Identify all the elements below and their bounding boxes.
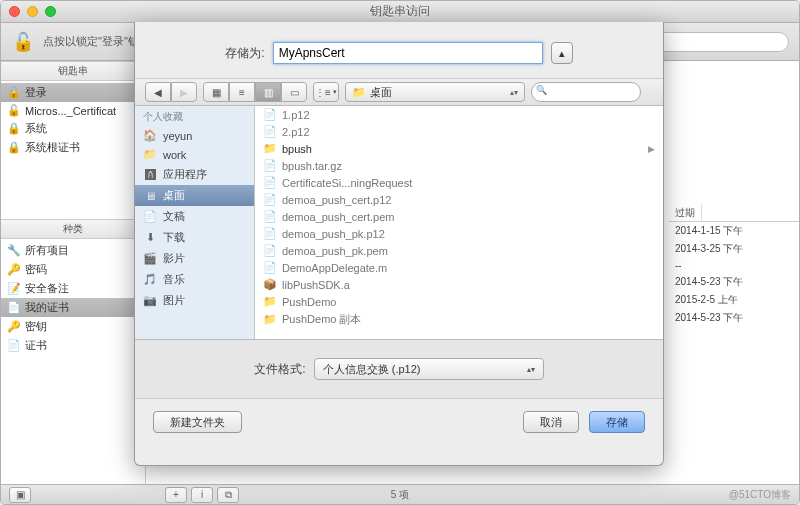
- item-count: 5 项: [391, 488, 409, 502]
- watermark: @51CTO博客: [729, 488, 791, 502]
- copy-button[interactable]: ⧉: [217, 487, 239, 503]
- keychains-header: 钥匙串: [1, 61, 145, 81]
- table-row[interactable]: 2014-1-15 下午: [669, 222, 799, 240]
- sidebar-item[interactable]: 🅰应用程序: [135, 164, 254, 185]
- list-item[interactable]: 📁PushDemo 副本: [255, 310, 663, 329]
- folder-icon: 📄: [143, 210, 157, 223]
- sidebar-item[interactable]: 📷图片: [135, 290, 254, 311]
- sidebar-item[interactable]: 🏠yeyun: [135, 126, 254, 145]
- sidebar-item[interactable]: 📄文稿: [135, 206, 254, 227]
- file-icon: 📄: [263, 210, 277, 223]
- folder-icon: 📷: [143, 294, 157, 307]
- view-list-button[interactable]: ≡: [229, 82, 255, 102]
- category-label: 证书: [25, 338, 47, 353]
- sidebar-item-label: 文稿: [163, 209, 185, 224]
- category-item[interactable]: 🔑密钥: [1, 317, 145, 336]
- zoom-icon[interactable]: [45, 6, 56, 17]
- list-item[interactable]: 📄bpush.tar.gz: [255, 157, 663, 174]
- folder-icon: 🎵: [143, 273, 157, 286]
- file-name: bpush: [282, 143, 312, 155]
- category-icon: 📄: [7, 339, 21, 352]
- dialog-search-input[interactable]: [531, 82, 641, 102]
- list-item[interactable]: 📄DemoAppDelegate.m: [255, 259, 663, 276]
- view-coverflow-button[interactable]: ▭: [281, 82, 307, 102]
- list-item[interactable]: 📄2.p12: [255, 123, 663, 140]
- category-icon: 📝: [7, 282, 21, 295]
- folder-icon: 🎬: [143, 252, 157, 265]
- file-name: demoa_push_cert.p12: [282, 194, 391, 206]
- table-row[interactable]: 2014-5-23 下午: [669, 309, 799, 327]
- view-column-button[interactable]: ▥: [255, 82, 281, 102]
- folder-icon: 📁: [352, 86, 366, 99]
- arrange-button[interactable]: ⋮≡ ▾: [313, 82, 339, 102]
- category-item[interactable]: 🔑密码: [1, 260, 145, 279]
- list-item[interactable]: 📄demoa_push_pk.p12: [255, 225, 663, 242]
- close-icon[interactable]: [9, 6, 20, 17]
- category-item[interactable]: 🔧所有项目: [1, 241, 145, 260]
- list-item[interactable]: 📄demoa_push_cert.p12: [255, 191, 663, 208]
- table-row[interactable]: 2015-2-5 上午: [669, 291, 799, 309]
- sidebar-item[interactable]: ⬇下载: [135, 227, 254, 248]
- keychain-item[interactable]: 🔒系统根证书: [1, 138, 145, 157]
- format-label: 文件格式:: [254, 361, 305, 378]
- keychain-item[interactable]: 🔓Micros..._Certificat: [1, 102, 145, 119]
- lock-icon[interactable]: 🔓: [11, 30, 35, 54]
- sidebar-item[interactable]: 🎵音乐: [135, 269, 254, 290]
- file-icon: 📄: [263, 159, 277, 172]
- folder-icon: 🅰: [143, 169, 157, 181]
- list-item[interactable]: 📄demoa_push_cert.pem: [255, 208, 663, 225]
- keychain-item[interactable]: 🔓登录: [1, 83, 145, 102]
- sidebar-item[interactable]: 📁work: [135, 145, 254, 164]
- categories-header: 种类: [1, 219, 145, 239]
- titlebar: 钥匙串访问: [1, 1, 799, 23]
- back-button[interactable]: ◀: [145, 82, 171, 102]
- table-row[interactable]: --: [669, 258, 799, 273]
- category-item[interactable]: 📄我的证书: [1, 298, 145, 317]
- window-title: 钥匙串访问: [370, 3, 430, 20]
- sidebar-item-label: 桌面: [163, 188, 185, 203]
- category-icon: 🔑: [7, 320, 21, 333]
- category-item[interactable]: 📄证书: [1, 336, 145, 355]
- sidebar-item-label: 影片: [163, 251, 185, 266]
- add-button[interactable]: +: [165, 487, 187, 503]
- keychain-icon: 🔓: [7, 86, 21, 99]
- cancel-button[interactable]: 取消: [523, 411, 579, 433]
- sidebar-item[interactable]: 🎬影片: [135, 248, 254, 269]
- keychain-item[interactable]: 🔒系统: [1, 119, 145, 138]
- sidebar-item[interactable]: 🖥桌面: [135, 185, 254, 206]
- view-icon-button[interactable]: ▦: [203, 82, 229, 102]
- keychain-label: 系统: [25, 121, 47, 136]
- file-name: PushDemo 副本: [282, 312, 361, 327]
- list-item[interactable]: 📁bpush▶: [255, 140, 663, 157]
- traffic-lights: [9, 6, 56, 17]
- file-icon: 📦: [263, 278, 277, 291]
- save-button[interactable]: 存储: [589, 411, 645, 433]
- new-folder-button[interactable]: 新建文件夹: [153, 411, 242, 433]
- collapse-button[interactable]: ▴: [551, 42, 573, 64]
- table-header: 过期: [669, 204, 799, 222]
- filename-input[interactable]: [273, 42, 543, 64]
- table-row[interactable]: 2014-3-25 下午: [669, 240, 799, 258]
- keychain-icon: 🔒: [7, 141, 21, 154]
- list-item[interactable]: 📄CertificateSi...ningRequest: [255, 174, 663, 191]
- home-icon: 🏠: [143, 129, 157, 142]
- save-as-label: 存储为:: [225, 45, 264, 62]
- keychain-icon: 🔒: [7, 122, 21, 135]
- list-item[interactable]: 📄demoa_push_pk.pem: [255, 242, 663, 259]
- list-item[interactable]: 📄1.p12: [255, 106, 663, 123]
- category-label: 密钥: [25, 319, 47, 334]
- forward-button[interactable]: ▶: [171, 82, 197, 102]
- category-item[interactable]: 📝安全备注: [1, 279, 145, 298]
- info-button[interactable]: i: [191, 487, 213, 503]
- list-item[interactable]: 📁PushDemo: [255, 293, 663, 310]
- format-dropdown[interactable]: 个人信息交换 (.p12) ▴▾: [314, 358, 544, 380]
- file-column: 📄1.p12📄2.p12📁bpush▶📄bpush.tar.gz📄Certifi…: [255, 106, 663, 339]
- minimize-icon[interactable]: [27, 6, 38, 17]
- list-item[interactable]: 📦libPushSDK.a: [255, 276, 663, 293]
- table-row[interactable]: 2014-5-23 下午: [669, 273, 799, 291]
- view-mode-button[interactable]: ▣: [9, 487, 31, 503]
- path-dropdown[interactable]: 📁 桌面 ▴▾: [345, 82, 525, 102]
- file-icon: 📁: [263, 295, 277, 308]
- left-panel: 钥匙串 🔓登录🔓Micros..._Certificat🔒系统🔒系统根证书 种类…: [1, 61, 146, 484]
- col-expire[interactable]: 过期: [669, 204, 702, 221]
